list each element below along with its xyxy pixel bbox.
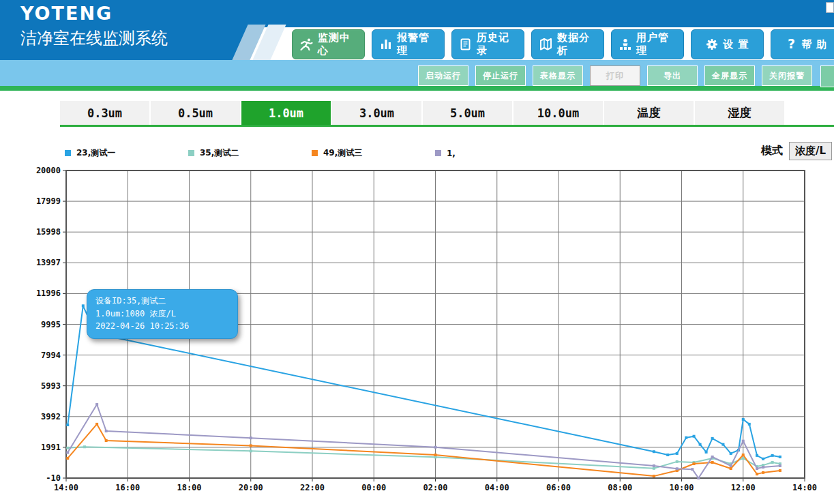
tab-10-0um[interactable]: 10.0um [513, 101, 604, 125]
svg-text:20:00: 20:00 [239, 483, 263, 492]
run-control-toolbar: 启动运行 停止运行 表格显示 打印 导出 全屏显示 关闭报警 [418, 65, 812, 86]
svg-text:12:00: 12:00 [731, 483, 756, 492]
tab-temperature[interactable]: 温度 [604, 101, 695, 125]
svg-text:08:00: 08:00 [608, 483, 632, 492]
nav-label: 历史记录 [477, 31, 517, 57]
mode-selector: 模式 浓度/L [761, 142, 832, 160]
svg-text:-10: -10 [46, 473, 61, 483]
tab-0-3um[interactable]: 0.3um [60, 101, 151, 125]
nav-button-data-analysis[interactable]: 数据分析 [531, 29, 604, 59]
cleanroom-monitoring-app: YOTENG 洁净室在线监测系统 监测中心 报警管理 [0, 0, 834, 504]
document-icon [459, 38, 473, 51]
tooltip-device-line: 设备ID:35,测试二 [95, 295, 229, 308]
tooltip-value-line: 1.0um:1080 浓度/L [95, 308, 229, 321]
legend-swatch-orange [312, 150, 318, 156]
svg-text:02:00: 02:00 [423, 483, 447, 492]
toolbar-partial-button[interactable] [820, 65, 834, 87]
legend-item-device-49[interactable]: 49,测试三 [312, 147, 435, 159]
svg-text:?: ? [788, 38, 796, 51]
tab-1-0um[interactable]: 1.0um [241, 101, 332, 125]
nav-button-history-records[interactable]: 历史记录 [451, 29, 524, 59]
nav-label: 用户管理 [636, 31, 676, 57]
legend-label: 49,测试三 [323, 147, 362, 159]
svg-text:7994: 7994 [41, 351, 61, 360]
export-button[interactable]: 导出 [647, 65, 698, 86]
start-run-button[interactable]: 启动运行 [418, 65, 468, 86]
tab-humidity[interactable]: 湿度 [695, 101, 786, 125]
nav-label: 帮 助 [801, 38, 827, 51]
nav-button-monitor-center[interactable]: 监测中心 [292, 29, 365, 59]
svg-text:00:00: 00:00 [361, 483, 386, 492]
svg-text:1991: 1991 [41, 443, 61, 452]
tab-0-5um[interactable]: 0.5um [151, 101, 241, 125]
svg-text:14:00: 14:00 [792, 483, 817, 492]
window-control[interactable] [826, 2, 834, 13]
svg-text:16:00: 16:00 [115, 483, 140, 492]
channel-tab-bar: 0.3um 0.5um 1.0um 3.0um 5.0um 10.0um 温度 … [60, 101, 834, 127]
legend-item-device-35[interactable]: 35,测试二 [188, 147, 312, 159]
legend-label: 1, [447, 149, 456, 158]
nav-button-user-management[interactable]: 用户管理 [611, 29, 684, 59]
svg-text:14:00: 14:00 [54, 483, 78, 492]
legend-label: 35,测试二 [200, 147, 239, 159]
svg-text:9995: 9995 [41, 320, 61, 329]
nav-label: 监测中心 [318, 31, 357, 57]
nav-label: 设 置 [723, 38, 749, 51]
svg-text:11996: 11996 [36, 288, 61, 298]
tab-5-0um[interactable]: 5.0um [423, 101, 513, 125]
svg-text:15998: 15998 [36, 227, 61, 237]
mode-label: 模式 [761, 144, 783, 158]
legend-swatch-teal [188, 150, 194, 156]
nav-button-settings[interactable]: 设 置 [691, 29, 764, 59]
svg-text:04:00: 04:00 [485, 483, 509, 492]
tab-3-0um[interactable]: 3.0um [332, 101, 423, 125]
nav-label: 数据分析 [557, 31, 597, 57]
green-divider-strip [0, 86, 834, 91]
stop-run-button[interactable]: 停止运行 [475, 65, 526, 86]
svg-text:06:00: 06:00 [546, 483, 571, 492]
legend-item-device-1[interactable]: 1, [435, 147, 559, 159]
users-icon [619, 38, 632, 51]
brand-title: YOTENG [20, 3, 113, 24]
bar-chart-icon [379, 38, 393, 51]
svg-text:22:00: 22:00 [300, 483, 325, 492]
svg-text:5993: 5993 [41, 381, 61, 391]
legend-label: 23,测试一 [76, 147, 115, 159]
table-view-button[interactable]: 表格显示 [533, 65, 583, 86]
main-nav: 监测中心 报警管理 历史记录 数据分析 用户管理 [292, 29, 834, 59]
app-title: 洁净室在线监测系统 [20, 27, 168, 49]
close-alarm-button[interactable]: 关闭报警 [762, 65, 812, 86]
nav-button-help[interactable]: ? 帮 助 [771, 29, 834, 59]
mode-value-dropdown[interactable]: 浓度/L [789, 142, 832, 160]
svg-text:18:00: 18:00 [177, 483, 201, 492]
question-icon: ? [786, 38, 797, 51]
svg-text:20000: 20000 [36, 166, 61, 175]
svg-text:3992: 3992 [41, 412, 61, 421]
print-button[interactable]: 打印 [590, 65, 640, 86]
legend-swatch-purple [435, 150, 441, 156]
map-chart-icon [539, 38, 553, 51]
nav-label: 报警管理 [397, 31, 437, 57]
tooltip-timestamp-line: 2022-04-26 10:25:36 [95, 320, 229, 333]
runner-icon [299, 38, 314, 51]
svg-text:17999: 17999 [36, 196, 61, 206]
legend-swatch-blue [65, 150, 71, 156]
data-point-tooltip: 设备ID:35,测试二 1.0um:1080 浓度/L 2022-04-26 1… [87, 289, 238, 339]
svg-text:13997: 13997 [36, 258, 61, 267]
gear-icon [705, 38, 719, 51]
fullscreen-button[interactable]: 全屏显示 [704, 65, 755, 86]
svg-text:10:00: 10:00 [669, 483, 694, 492]
chart-legend: 23,测试一 35,测试二 49,测试三 1, [65, 147, 559, 159]
legend-item-device-23[interactable]: 23,测试一 [65, 147, 188, 159]
nav-button-alarm-management[interactable]: 报警管理 [372, 29, 445, 59]
